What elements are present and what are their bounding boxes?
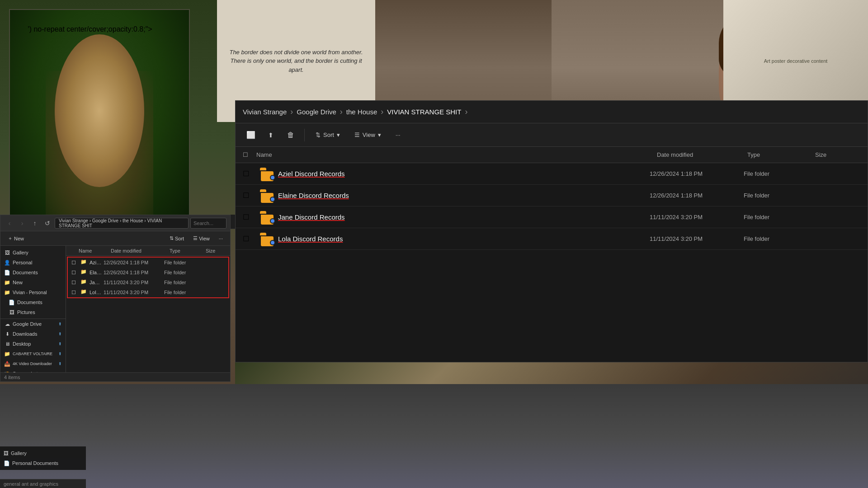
- new-button[interactable]: ＋ New: [4, 233, 28, 244]
- docs-sub-icon: 📄: [9, 299, 15, 305]
- refresh-button[interactable]: ↺: [42, 218, 53, 229]
- main-col-header-name[interactable]: Name: [256, 151, 657, 158]
- google-drive-icon: ☁: [4, 321, 10, 327]
- col-header-name[interactable]: Name: [77, 248, 109, 253]
- sidebar-item-vivian-personal[interactable]: 📁 Vivian - Personal: [0, 287, 66, 297]
- breadcrumb-sep-3: ›: [381, 107, 383, 117]
- big-folder-icon-2: [260, 210, 274, 225]
- main-col-header-type[interactable]: Type: [747, 151, 815, 158]
- sidebar-personal-label: Personal: [13, 260, 32, 265]
- more-label: ···: [219, 236, 223, 241]
- row0-checkbox[interactable]: ☐: [243, 170, 249, 178]
- main-file-type-1: File folder: [744, 192, 811, 199]
- items-count-label: general ant and graphics: [4, 481, 58, 487]
- row3-checkbox[interactable]: ☐: [243, 235, 249, 243]
- file-checkbox-2[interactable]: ☐: [71, 280, 79, 286]
- main-file-row-0[interactable]: ☐ Aziel Discord Records 12/26/2024 1:18 …: [236, 163, 868, 185]
- selected-files-group: ☐ 📁 Aziel Discord Records 12/26/2024 1:1…: [67, 257, 229, 298]
- sidebar-item-personal[interactable]: 👤 Personal: [0, 258, 66, 267]
- main-file-name-1: Elaine Discord Records: [278, 192, 646, 199]
- col-header-type[interactable]: Type: [168, 248, 204, 253]
- delete-icon: 🗑: [287, 131, 294, 139]
- view-button-main[interactable]: ☰ View ▾: [349, 127, 387, 143]
- main-col-header-size[interactable]: Size: [815, 151, 860, 158]
- folder-icon-3: 📁: [80, 289, 88, 296]
- sidebar-item-docs-sub[interactable]: 📄 Documents: [0, 297, 66, 307]
- main-content-area: ☐ Aziel Discord Records 12/26/2024 1:18 …: [236, 163, 868, 362]
- sidebar-docs-sub-label: Documents: [17, 300, 42, 305]
- select-all-checkbox[interactable]: ☐: [243, 151, 248, 158]
- up-button[interactable]: ↑: [29, 218, 40, 229]
- sort-label-main: Sort: [323, 131, 334, 138]
- delete-button[interactable]: 🗑: [283, 127, 299, 143]
- cabaret-cloud: ⬆: [58, 352, 62, 356]
- row1-checkbox[interactable]: ☐: [243, 192, 249, 199]
- sidebar-item-desktop[interactable]: 🖥 Desktop ⬆: [0, 339, 66, 349]
- main-checkbox-col[interactable]: ☐: [243, 151, 256, 158]
- more-button[interactable]: ···: [215, 233, 226, 244]
- file-checkbox-0[interactable]: ☐: [71, 260, 79, 266]
- main-file-date-1: 12/26/2024 1:18 PM: [650, 192, 740, 199]
- more-label-main: ···: [396, 131, 401, 138]
- sidebar-item-new[interactable]: 📁 New: [0, 277, 66, 287]
- view-button[interactable]: ☰ View: [189, 233, 213, 244]
- breadcrumb-vivian-strange[interactable]: Vivian Strange: [243, 108, 287, 116]
- file-type-1: File folder: [164, 270, 200, 275]
- main-file-row-3[interactable]: ☐ Lola Discord Records 11/11/2024 3:20 P…: [236, 228, 868, 250]
- file-name-0: Aziel Discord Records: [90, 260, 102, 265]
- file-checkbox-3[interactable]: ☐: [71, 290, 79, 296]
- sidebar-item-google-drive[interactable]: ☁ Google Drive ⬆: [0, 319, 66, 329]
- mini-file-row-0[interactable]: ☐ 📁 Aziel Discord Records 12/26/2024 1:1…: [68, 258, 228, 267]
- sidebar-item-4k-downloader[interactable]: 📥 4K Video Downloader ⬆: [0, 359, 66, 369]
- address-bar[interactable]: Vivian Strange › Google Drive › the Hous…: [55, 218, 189, 229]
- back-button[interactable]: ‹: [4, 218, 15, 229]
- bottom-scene: [0, 384, 868, 488]
- sidebar-item-downloads[interactable]: ⬇ Downloads ⬆: [0, 329, 66, 339]
- sidebar-vivian-label: Vivian - Personal: [13, 290, 47, 295]
- col-header-size[interactable]: Size: [204, 248, 226, 253]
- search-input[interactable]: [190, 218, 226, 229]
- sidebar-item-screenshots[interactable]: 📸 Screenshots: [0, 369, 66, 372]
- main-file-row-2[interactable]: ☐ Jane Discord Records 11/11/2024 3:20 P…: [236, 206, 868, 228]
- rename-button[interactable]: ⬜: [243, 127, 259, 143]
- sidebar-item-documents[interactable]: 📄 Documents: [0, 267, 66, 277]
- sidebar-item-pictures[interactable]: 🖼 Pictures: [0, 307, 66, 317]
- sort-chevron: ▾: [337, 131, 340, 138]
- main-col-header-date[interactable]: Date modified: [657, 151, 747, 158]
- vivian-personal-icon: 📁: [4, 289, 10, 296]
- breadcrumb-sep-1: ›: [290, 107, 293, 117]
- main-file-explorer: Vivian Strange › Google Drive › the Hous…: [235, 100, 868, 362]
- more-button-main[interactable]: ···: [390, 127, 406, 143]
- new-folder-icon: 📁: [4, 279, 10, 286]
- view-chevron: ▾: [378, 131, 381, 138]
- downloads-icon: ⬇: [4, 331, 10, 337]
- folder-icon-2: 📁: [80, 279, 88, 286]
- new-label: New: [14, 236, 24, 241]
- 4k-icon: 📥: [4, 361, 10, 367]
- sidebar-4k-label: 4K Video Downloader: [13, 361, 52, 366]
- sidebar-pictures-label: Pictures: [17, 310, 35, 315]
- row2-checkbox[interactable]: ☐: [243, 213, 249, 221]
- main-file-name-3: Lola Discord Records: [278, 235, 646, 243]
- sort-button[interactable]: ⇅ Sort: [166, 233, 188, 244]
- file-date-1: 12/26/2024 1:18 PM: [104, 270, 162, 275]
- mini-file-row-3[interactable]: ☐ 📁 Lola Discord Records 11/11/2024 3:20…: [68, 287, 228, 297]
- main-file-type-2: File folder: [744, 214, 811, 221]
- folder-icon-1: 📁: [80, 269, 88, 276]
- share-icon: ⬆: [268, 131, 274, 139]
- mini-file-row-1[interactable]: ☐ 📁 Elaine Discord Records 12/26/2024 1:…: [68, 267, 228, 277]
- share-button[interactable]: ⬆: [263, 127, 279, 143]
- breadcrumb-the-house[interactable]: the House: [346, 108, 377, 116]
- poster-tr-content: Art poster decorative content: [764, 58, 828, 64]
- sidebar-item-cabaret[interactable]: 📁 CABARET VOLTAIRE ⬆: [0, 349, 66, 359]
- sidebar-item-gallery[interactable]: 🖼 Gallery: [0, 248, 66, 258]
- main-file-row-1[interactable]: ☐ Elaine Discord Records 12/26/2024 1:18…: [236, 185, 868, 206]
- sort-button-main[interactable]: ⇅ Sort ▾: [310, 127, 345, 143]
- breadcrumb-google-drive[interactable]: Google Drive: [297, 108, 336, 116]
- col-header-date[interactable]: Date modified: [109, 248, 168, 253]
- bottom-item-gallery[interactable]: 🖼 Gallery: [0, 448, 86, 458]
- mini-file-row-2[interactable]: ☐ 📁 Jane Discord Records 11/11/2024 3:20…: [68, 277, 228, 287]
- file-checkbox-1[interactable]: ☐: [71, 270, 79, 276]
- forward-button[interactable]: ›: [17, 218, 28, 229]
- bottom-item-personal-docs[interactable]: 📄 Personal Documents: [0, 458, 86, 468]
